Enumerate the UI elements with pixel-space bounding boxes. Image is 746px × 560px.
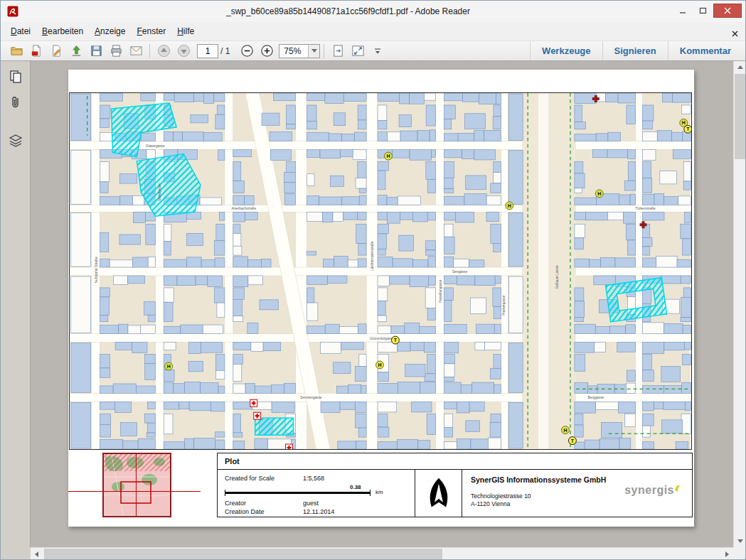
- paperclip-icon: [9, 95, 23, 109]
- scale-field-value: 1:5,568: [303, 475, 324, 482]
- company-cell: SynerGIS Informationssysteme GmbH Techno…: [462, 470, 692, 517]
- street-label: Marktgasse: [158, 183, 161, 201]
- menu-hilfe[interactable]: Hilfe: [171, 23, 200, 39]
- attachments-button[interactable]: [5, 92, 26, 112]
- scale-field-label: Created for Scale: [225, 475, 275, 482]
- taxi-stand-marker: T: [684, 125, 692, 133]
- maximize-button[interactable]: [693, 4, 713, 18]
- layers-icon: [9, 134, 23, 148]
- email-button[interactable]: [126, 43, 146, 60]
- svg-text:H: H: [563, 428, 567, 433]
- plot-title-row: Plot: [218, 453, 692, 470]
- horizontal-scrollbar-thumb[interactable]: [44, 549, 442, 559]
- scroll-left-arrow[interactable]: [31, 548, 43, 560]
- north-arrow-icon: [427, 475, 451, 511]
- menu-bearbeiten[interactable]: Bearbeiten: [36, 23, 89, 39]
- selected-parcel: [255, 418, 294, 435]
- synergis-logo-text: synergis: [624, 484, 674, 497]
- close-button[interactable]: [713, 4, 742, 18]
- zoom-level-combo[interactable]: 75%: [279, 44, 320, 58]
- adobe-reader-app-icon: [7, 6, 18, 17]
- upload-arrow-icon: [70, 44, 83, 58]
- vertical-scrollbar-thumb[interactable]: [735, 74, 745, 159]
- menu-bar: Datei Bearbeiten Anzeige Fenster Hilfe: [1, 22, 745, 41]
- pen-icon: [50, 44, 63, 58]
- zoom-in-button[interactable]: [257, 43, 277, 60]
- plot-title: Plot: [225, 457, 240, 465]
- werkzeuge-panel-button[interactable]: Werkzeuge: [530, 41, 602, 60]
- save-button[interactable]: [86, 43, 106, 60]
- svg-text:H: H: [508, 203, 511, 208]
- street-label: Glasergasse: [146, 144, 165, 148]
- pharmacy-cross-marker: [286, 444, 293, 450]
- document-area[interactable]: Glasergasse Marktgasse Alserbachstraße L…: [31, 61, 733, 547]
- plot-metadata-cell: Created for Scale 1:5,568 0.38 km Creato…: [218, 470, 415, 517]
- plus-circle-icon: [260, 44, 274, 58]
- vertical-scrollbar[interactable]: [733, 61, 745, 547]
- send-file-button[interactable]: [66, 43, 86, 60]
- page-thumbnails-button[interactable]: [5, 67, 26, 87]
- layers-button[interactable]: [5, 131, 26, 151]
- page-total-label: / 1: [220, 46, 230, 56]
- reading-mode-button[interactable]: [348, 43, 368, 60]
- street-label: Türkenstraße: [635, 207, 656, 210]
- zoom-level-value: 75%: [279, 46, 308, 56]
- menubar-close-icon[interactable]: [732, 27, 738, 40]
- svg-text:T: T: [686, 126, 690, 131]
- svg-text:H: H: [167, 364, 171, 369]
- street-label: Roßauer Lände: [555, 265, 559, 289]
- street-label: Seegasse: [452, 270, 468, 274]
- creator-field-label: Creator: [225, 500, 246, 507]
- pharmacy-cross-marker: [254, 412, 261, 419]
- overview-map: [102, 453, 171, 517]
- print-button[interactable]: [106, 43, 126, 60]
- street-label: Liechtensteinstraße: [371, 241, 374, 271]
- taxi-stand-marker: T: [391, 336, 399, 344]
- plot-info-table: Plot Created for Scale 1:5,568 0.38 km C…: [217, 453, 693, 517]
- toolbar-overflow-button[interactable]: [368, 43, 388, 60]
- toolbar-separator: [149, 44, 150, 58]
- scroll-down-arrow[interactable]: [734, 535, 746, 547]
- toolbar-separator: [324, 44, 324, 58]
- open-file-button[interactable]: [6, 43, 26, 60]
- scroll-right-arrow[interactable]: [721, 548, 733, 560]
- sign-document-button[interactable]: [46, 43, 66, 60]
- zoom-dropdown-arrow[interactable]: [308, 45, 319, 58]
- menu-fenster[interactable]: Fenster: [131, 23, 171, 39]
- street-label: Porzellangasse: [439, 279, 442, 303]
- sidebar-bottom-corner: [1, 547, 31, 559]
- pdf-page: Glasergasse Marktgasse Alserbachstraße L…: [68, 70, 694, 527]
- title-bar[interactable]: _swp_b60ce89a85b14490871a1cc56f9cfdf1.pd…: [1, 1, 745, 22]
- signieren-panel-button[interactable]: Signieren: [602, 41, 668, 60]
- crosshair-vertical-line: [136, 453, 137, 517]
- tram-stop-marker: H: [595, 190, 603, 198]
- tram-stop-marker: H: [384, 152, 392, 160]
- minimize-button[interactable]: [672, 4, 693, 18]
- street-label: Servitengasse: [300, 396, 322, 399]
- synergis-logo-accent-icon: [674, 484, 681, 493]
- street-label: Grünentorgasse: [370, 337, 395, 340]
- create-pdf-button[interactable]: [26, 43, 46, 60]
- kommentar-panel-button[interactable]: Kommentar: [668, 41, 742, 60]
- creation-date-field-label: Creation Date: [225, 508, 265, 515]
- map-canvas[interactable]: Glasergasse Marktgasse Alserbachstraße L…: [69, 92, 692, 450]
- menu-anzeige[interactable]: Anzeige: [89, 23, 131, 39]
- taxi-stand-marker: T: [568, 437, 576, 445]
- menu-datei[interactable]: Datei: [5, 23, 36, 39]
- svg-text:H: H: [386, 154, 390, 158]
- zoom-out-button[interactable]: [237, 43, 257, 60]
- next-page-button[interactable]: [174, 43, 193, 60]
- scale-unit: km: [375, 489, 383, 495]
- pharmacy-cross-marker: [250, 399, 257, 406]
- toolbar: / 1 75% Werkzeuge Signieren Kommentar: [1, 41, 745, 61]
- previous-page-button[interactable]: [154, 43, 174, 60]
- scroll-up-arrow[interactable]: [734, 61, 746, 73]
- page-fit-button[interactable]: [328, 43, 348, 60]
- tram-stop-marker: H: [506, 202, 513, 210]
- page-number-input[interactable]: [197, 44, 218, 58]
- synergis-logo: synergis: [624, 484, 681, 497]
- creation-date-field-value: 12.11.2014: [303, 508, 334, 515]
- svg-text:T: T: [571, 438, 575, 443]
- floppy-disk-icon: [90, 44, 103, 58]
- horizontal-scrollbar[interactable]: [31, 547, 733, 559]
